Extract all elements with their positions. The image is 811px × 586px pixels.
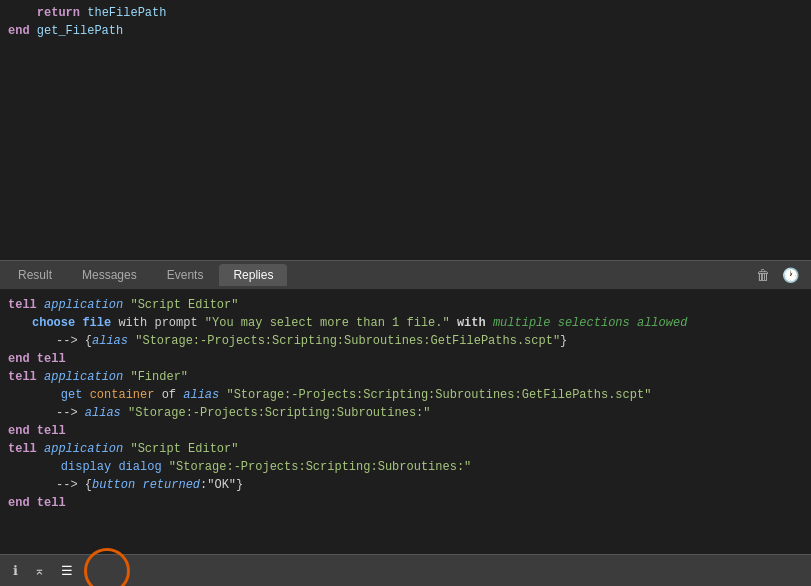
tell-line-2: tell application "Finder" (8, 368, 803, 386)
end-tell-3: end tell (8, 494, 803, 512)
tell-line-3: tell application "Script Editor" (8, 440, 803, 458)
keyword-return: return (37, 6, 80, 20)
tab-events[interactable]: Events (153, 264, 218, 286)
info-icon: ℹ (13, 563, 18, 578)
tell-line-1: tell application "Script Editor" (8, 296, 803, 314)
fn-get-filepath: get_FilePath (37, 24, 123, 38)
choose-file-result: --> {alias "Storage:-Projects:Scripting:… (8, 332, 803, 350)
list-button[interactable]: ☰ (56, 560, 78, 581)
end-tell-1: end tell (8, 350, 803, 368)
tab-result[interactable]: Result (4, 264, 66, 286)
clock-button[interactable]: 🕐 (778, 265, 803, 285)
end-tell-2: end tell (8, 422, 803, 440)
get-container-line: get container of alias "Storage:-Project… (8, 386, 803, 404)
main-container: return theFilePath end get_FilePath Resu… (0, 0, 811, 586)
display-dialog-result: --> {button returned:"OK"} (8, 476, 803, 494)
clear-button[interactable]: 🗑 (752, 265, 774, 285)
code-line-1: return theFilePath (8, 4, 803, 22)
script-button[interactable]: ⌅ (29, 560, 50, 581)
keyword-end: end (8, 24, 30, 38)
tab-messages[interactable]: Messages (68, 264, 151, 286)
var-theFilePath: theFilePath (87, 6, 166, 20)
info-button[interactable]: ℹ (8, 560, 23, 581)
script-icon: ⌅ (34, 563, 45, 578)
tab-bar: Result Messages Events Replies 🗑 🕐 (0, 260, 811, 290)
get-container-result: --> alias "Storage:-Projects:Scripting:S… (8, 404, 803, 422)
code-editor: return theFilePath end get_FilePath (0, 0, 811, 260)
choose-file-line: choose file with prompt "You may select … (8, 314, 803, 332)
display-dialog-line: display dialog "Storage:-Projects:Script… (8, 458, 803, 476)
tab-actions: 🗑 🕐 (752, 265, 811, 285)
results-area[interactable]: tell application "Script Editor" choose … (0, 290, 811, 554)
code-line-2: end get_FilePath (8, 22, 803, 40)
circle-highlight (84, 548, 130, 587)
bottom-bar: ℹ ⌅ ☰ (0, 554, 811, 586)
list-icon: ☰ (61, 563, 73, 578)
tab-replies[interactable]: Replies (219, 264, 287, 286)
